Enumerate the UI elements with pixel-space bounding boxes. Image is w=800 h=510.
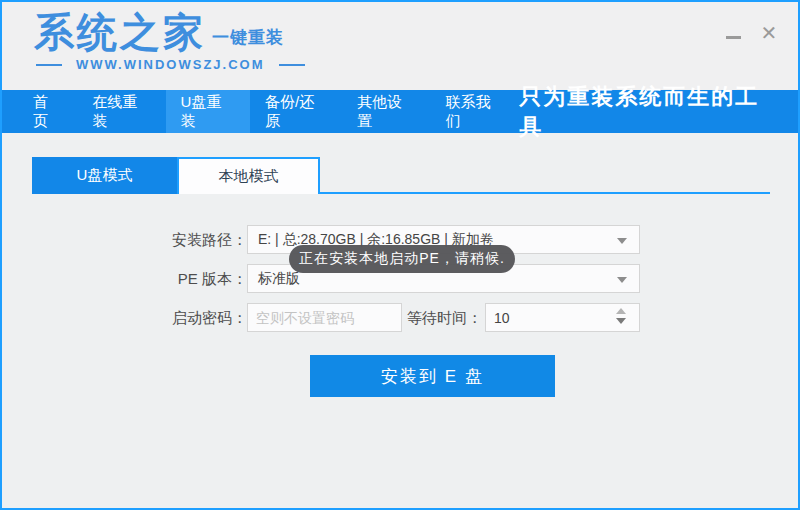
toast-message: 正在安装本地启动PE，请稍候.: [299, 250, 505, 268]
decorative-dash: [279, 64, 305, 66]
title-bar: 系统之家 一键重装 WWW.WINDOWSZJ.COM ✕: [2, 2, 798, 90]
pe-version-value: 标准版: [258, 270, 300, 286]
logo-text: 系统之家: [34, 10, 206, 54]
tab-usb-mode[interactable]: U盘模式: [32, 157, 177, 194]
nav-item-contact-us[interactable]: 联系我们: [431, 90, 519, 133]
spinner-down-icon: [616, 318, 626, 324]
nav-item-usb-reinstall[interactable]: U盘重装: [166, 90, 250, 133]
tab-underline: [320, 192, 770, 194]
boot-password-label: 启动密码：: [102, 303, 247, 332]
wait-time-stepper[interactable]: [614, 307, 628, 329]
minimize-icon: [726, 36, 741, 39]
close-icon: ✕: [761, 22, 778, 44]
nav-item-backup-restore[interactable]: 备份/还原: [250, 90, 342, 133]
minimize-button[interactable]: [722, 22, 744, 44]
wait-time-label: 等待时间：: [392, 303, 482, 332]
website-url: WWW.WINDOWSZJ.COM: [76, 57, 265, 72]
nav-item-home[interactable]: 首页: [18, 90, 77, 133]
spinner-up-icon: [616, 308, 626, 314]
install-path-label: 安装路径：: [102, 225, 247, 254]
tab-local-mode[interactable]: 本地模式: [177, 157, 320, 194]
boot-password-input[interactable]: [247, 303, 402, 332]
logo-subtitle: 一键重装: [212, 26, 284, 49]
decorative-dash: [36, 64, 62, 66]
main-nav: 首页 在线重装 U盘重装 备份/还原 其他设置 联系我们 只为重装系统而生的工具: [2, 90, 798, 133]
app-window: 系统之家 一键重装 WWW.WINDOWSZJ.COM ✕ 首页 在线重装 U盘…: [0, 0, 800, 510]
pe-version-label: PE 版本：: [102, 264, 247, 293]
nav-slogan: 只为重装系统而生的工具: [519, 90, 798, 133]
close-button[interactable]: ✕: [758, 22, 780, 44]
mode-tabs: U盘模式 本地模式: [32, 157, 320, 194]
chevron-down-icon: [617, 238, 627, 244]
app-logo: 系统之家 一键重装 WWW.WINDOWSZJ.COM: [34, 10, 305, 72]
progress-toast: 正在安装本地启动PE，请稍候.: [289, 245, 515, 273]
nav-item-other-settings[interactable]: 其他设置: [342, 90, 430, 133]
install-button[interactable]: 安装到 E 盘: [310, 355, 555, 397]
nav-item-online-reinstall[interactable]: 在线重装: [77, 90, 165, 133]
chevron-down-icon: [617, 277, 627, 283]
